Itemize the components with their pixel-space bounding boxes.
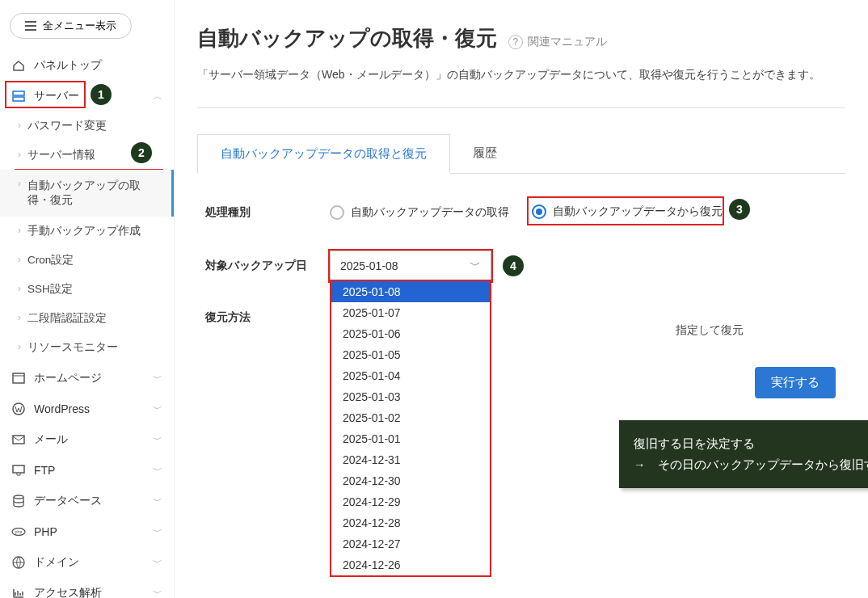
label-process-type: 処理種別: [205, 205, 330, 220]
tooltip-line-1: 復旧する日を決定する: [634, 433, 868, 454]
menu-wordpress[interactable]: WordPress﹀: [0, 394, 174, 424]
badge-4: 4: [503, 255, 524, 276]
menu-ftp[interactable]: FTP﹀: [0, 455, 174, 486]
radio-restore-backup[interactable]: 自動バックアップデータから復元: [532, 204, 723, 219]
menu-domain-label: ドメイン: [34, 555, 79, 570]
menu-homepage[interactable]: ホームページ﹀: [0, 363, 174, 394]
sub-cron[interactable]: Cron設定: [0, 246, 174, 275]
date-option[interactable]: 2025-01-08: [331, 281, 490, 302]
date-option[interactable]: 2025-01-07: [331, 302, 490, 323]
menu-server-label: サーバー: [34, 89, 79, 103]
row-backup-date: 対象バックアップ日 4 2025-01-08 ﹀ 2025-01-08 2025…: [205, 242, 837, 286]
svg-text:php: php: [15, 529, 23, 534]
sub-2fa[interactable]: 二段階認証設定: [0, 304, 174, 333]
help-link[interactable]: ? 関連マニュアル: [508, 35, 607, 49]
svg-rect-0: [13, 91, 24, 95]
svg-rect-1: [13, 97, 24, 101]
menu-server[interactable]: サーバー ︿: [0, 81, 174, 112]
date-option[interactable]: 2025-01-06: [331, 323, 490, 344]
sub-manual-backup[interactable]: 手動バックアップ作成: [0, 217, 174, 246]
svg-rect-4: [13, 436, 24, 444]
date-dropdown: 2025-01-08 2025-01-07 2025-01-06 2025-01…: [330, 280, 491, 577]
badge-1: 1: [91, 84, 112, 105]
badge-2: 2: [131, 142, 152, 163]
database-icon: [11, 494, 26, 508]
label-restore-method: 復元方法: [205, 310, 330, 325]
radio-dot-icon: [330, 205, 344, 220]
date-option[interactable]: 2025-01-02: [331, 407, 490, 428]
window-icon: [11, 371, 26, 385]
tabs: 自動バックアップデータの取得と復元 履歴: [197, 134, 845, 174]
chevron-down-icon: ﹀: [153, 495, 162, 508]
execute-button[interactable]: 実行する: [755, 367, 836, 398]
home-icon: [11, 58, 26, 73]
badge-3: 3: [729, 199, 750, 220]
chevron-down-icon: ﹀: [153, 464, 162, 478]
help-icon: ?: [508, 35, 523, 49]
menu-wordpress-label: WordPress: [34, 402, 90, 415]
chevron-down-icon: ﹀: [153, 587, 162, 599]
menu-panel-top-label: パネルトップ: [34, 58, 102, 73]
chevron-down-icon: ﹀: [153, 402, 162, 416]
menu-mail-label: メール: [34, 432, 68, 447]
main-content: 自動バックアップの取得・復元 ? 関連マニュアル 「サーバー領域データ（Web・…: [175, 0, 868, 598]
wordpress-icon: [11, 402, 26, 416]
divider: [197, 107, 845, 108]
sub-auto-backup[interactable]: 自動バックアップの取得・復元: [0, 170, 174, 217]
date-select-value: 2025-01-08: [340, 259, 398, 272]
date-option[interactable]: 2025-01-05: [331, 344, 490, 365]
menu-database[interactable]: データベース﹀: [0, 486, 174, 516]
server-icon: [11, 89, 26, 103]
date-option[interactable]: 2025-01-04: [331, 365, 490, 386]
date-option[interactable]: 2024-12-26: [331, 554, 490, 575]
menu-analytics[interactable]: アクセス解析﹀: [0, 578, 174, 598]
radio-restore-backup-label: 自動バックアップデータから復元: [553, 204, 723, 219]
all-menu-label: 全メニュー表示: [43, 19, 116, 33]
restore-method-value: 指定して復元: [676, 323, 744, 338]
page-description: 「サーバー領域データ（Web・メールデータ）」の自動バックアップデータについて、…: [197, 65, 845, 85]
chevron-down-icon: ﹀: [470, 259, 481, 273]
page-title: 自動バックアップの取得・復元: [197, 24, 497, 53]
radio-dot-icon: [532, 204, 546, 219]
date-option[interactable]: 2024-12-28: [331, 512, 490, 533]
sub-ssh[interactable]: SSH設定: [0, 275, 174, 304]
menu-analytics-label: アクセス解析: [34, 586, 102, 598]
chevron-down-icon: ﹀: [153, 556, 162, 570]
row-process-type: 処理種別 自動バックアップデータの取得 3 自動バックアップデータから復元: [205, 196, 837, 242]
menu-homepage-label: ホームページ: [34, 371, 102, 385]
chevron-down-icon: ﹀: [153, 525, 162, 539]
chevron-down-icon: ﹀: [153, 433, 162, 447]
radio-get-backup[interactable]: 自動バックアップデータの取得: [330, 205, 509, 220]
tab-history[interactable]: 履歴: [450, 134, 520, 173]
label-backup-date: 対象バックアップ日: [205, 259, 330, 273]
date-option[interactable]: 2024-12-27: [331, 533, 490, 554]
tab-backup-restore[interactable]: 自動バックアップデータの取得と復元: [197, 134, 450, 174]
date-option[interactable]: 2025-01-01: [331, 428, 490, 449]
date-option[interactable]: 2024-12-31: [331, 449, 490, 470]
sub-password[interactable]: パスワード変更: [0, 112, 174, 141]
menu-panel-top[interactable]: パネルトップ: [0, 50, 174, 81]
menu-database-label: データベース: [34, 494, 102, 508]
svg-rect-5: [13, 465, 24, 473]
tooltip-line-2: → その日のバックアップデータから復旧する: [634, 454, 868, 475]
sub-resource-monitor[interactable]: リソースモニター: [0, 333, 174, 362]
date-option[interactable]: 2025-01-03: [331, 386, 490, 407]
help-link-label: 関連マニュアル: [528, 35, 607, 49]
chevron-down-icon: ﹀: [153, 372, 162, 385]
menu-php[interactable]: phpPHP﹀: [0, 516, 174, 547]
svg-rect-2: [13, 373, 24, 383]
annotation-tooltip: 復旧する日を決定する → その日のバックアップデータから復旧する: [619, 420, 868, 488]
date-select[interactable]: 2025-01-08 ﹀: [330, 251, 491, 281]
all-menu-button[interactable]: 全メニュー表示: [10, 13, 132, 39]
mail-icon: [11, 432, 26, 447]
form: 処理種別 自動バックアップデータの取得 3 自動バックアップデータから復元: [197, 174, 845, 346]
date-option[interactable]: 2024-12-29: [331, 491, 490, 512]
menu-ftp-label: FTP: [34, 464, 55, 477]
php-icon: php: [11, 524, 26, 539]
menu-mail[interactable]: メール﹀: [0, 424, 174, 455]
menu-domain[interactable]: ドメイン﹀: [0, 547, 174, 578]
hamburger-icon: [25, 21, 36, 31]
radio-get-backup-label: 自動バックアップデータの取得: [351, 205, 509, 220]
date-option[interactable]: 2024-12-30: [331, 470, 490, 491]
chart-icon: [11, 586, 26, 598]
